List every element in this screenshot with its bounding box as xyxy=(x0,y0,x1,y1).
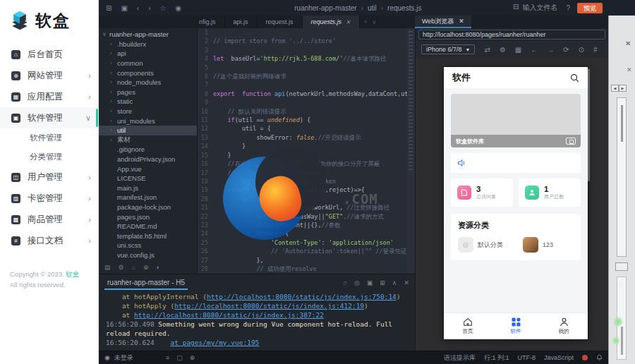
nav-forward-icon[interactable]: → xyxy=(547,46,554,54)
code-line[interactable]: 11 if(util == undefined) { xyxy=(198,116,415,124)
language-label[interactable]: JavaScript xyxy=(544,354,574,361)
code-line[interactable]: 13 showError: false,//开启错误提示 xyxy=(198,133,415,142)
submenu-item-category-manage[interactable]: 分类管理 xyxy=(0,147,98,166)
menu-item-site[interactable]: ⊕ 网站管理 › xyxy=(0,65,98,86)
spreadsheet-nav-arrows[interactable]: ◀▶ xyxy=(611,85,627,92)
login-status[interactable]: ◉ 未登录 xyxy=(104,353,133,363)
stack-trace-link[interactable]: http://localhost:8080/static/js/index.js… xyxy=(207,293,397,301)
code-line[interactable]: 27 }, xyxy=(198,256,415,265)
code-line[interactable]: 26 // 'Authorization':token||"" //登录凭证 xyxy=(198,247,415,255)
outline-icon[interactable]: ≡ xyxy=(166,354,169,361)
clock-icon[interactable]: ○ xyxy=(344,279,347,286)
tree-root[interactable]: ∨ ruanher-app-master xyxy=(99,30,197,40)
scrollbar[interactable] xyxy=(617,97,627,257)
breadcrumb-project[interactable]: ruanher-app-master xyxy=(294,4,356,12)
stack-trace-link[interactable]: http://localhost:8080/static/js/index.js… xyxy=(174,302,364,310)
menu-item-cardkeys[interactable]: ▥ 卡密管理 › xyxy=(0,188,98,209)
devices-grid-icon[interactable]: # xyxy=(593,46,598,54)
menu-item-goods[interactable]: ▩ 商品管理 › xyxy=(0,209,98,230)
code-line[interactable]: 5 xyxy=(198,63,415,72)
nav-back-icon[interactable]: ← xyxy=(531,46,538,54)
record-icon[interactable]: ◎ xyxy=(354,279,360,286)
close-icon[interactable]: ✕ xyxy=(459,18,464,25)
bell-icon[interactable] xyxy=(596,354,603,361)
run-icon[interactable]: ◉ xyxy=(176,4,182,12)
menu-item-software[interactable]: ▣ 软件管理 ∨ xyxy=(0,107,98,128)
tree-file[interactable]: androidPrivacy.json xyxy=(99,154,197,164)
code-editor[interactable]: 12// import store from '../../store'34le… xyxy=(198,28,415,274)
tree-folder[interactable]: ›api xyxy=(99,49,197,59)
tabbar-home[interactable]: 首页 xyxy=(444,313,492,339)
code-line[interactable]: 14 } xyxy=(198,142,415,150)
tree-file[interactable]: main.js xyxy=(99,183,197,193)
breadcrumb-file[interactable]: requests.js xyxy=(387,4,421,12)
code-line[interactable]: 10 // 默认关闭错误提示 xyxy=(198,107,415,116)
scrollbar-button[interactable] xyxy=(615,262,628,271)
close-icon[interactable]: ✕ xyxy=(404,279,409,286)
tab-requests-js[interactable]: requests.js ✕ xyxy=(303,16,360,28)
tree-file[interactable]: App.vue xyxy=(99,164,197,174)
code-line[interactable]: 28 // 成功使用resolve xyxy=(198,265,415,273)
tree-folder[interactable]: ›store xyxy=(99,107,197,116)
settings-icon[interactable]: ⚙ xyxy=(500,46,506,54)
tree-file[interactable]: package-lock.json xyxy=(99,202,197,212)
forward-icon[interactable]: › xyxy=(148,4,150,12)
stat-card-visits[interactable]: 3 总访问量 xyxy=(451,178,513,207)
file-search[interactable]: ⊟ 输入文件名 xyxy=(513,3,557,13)
home-icon[interactable]: ⌂ xyxy=(132,264,135,271)
tree-file[interactable]: vue.config.js xyxy=(99,250,197,260)
rotate-device-icon[interactable]: ⇄ xyxy=(484,46,490,54)
category-123[interactable]: 123 xyxy=(523,237,553,253)
tabbar-software[interactable]: 软件 xyxy=(492,313,540,339)
tree-file[interactable]: manifest.json xyxy=(99,193,197,202)
tree-file[interactable]: template.h5.html xyxy=(99,231,197,241)
stop-icon[interactable]: ▣ xyxy=(367,279,373,286)
tree-folder[interactable]: ›common xyxy=(99,59,197,68)
save-icon[interactable]: ▣ xyxy=(121,4,127,12)
menu-item-api-docs[interactable]: # 接口文档 › xyxy=(0,230,98,251)
url-input[interactable]: http://localhost:8080/pages/ruanher/ruan… xyxy=(418,30,605,40)
tree-file[interactable]: pages.json xyxy=(99,212,197,222)
plugins-icon[interactable]: ⚙ xyxy=(119,264,124,271)
tree-folder[interactable]: ›uni_modules xyxy=(99,116,197,126)
export-icon[interactable]: ⊞ xyxy=(380,279,385,286)
stack-trace-link[interactable]: at pages/my/my.vue:195 xyxy=(171,339,260,346)
viewport-scrollbar[interactable] xyxy=(588,68,590,181)
error-badge-icon[interactable] xyxy=(582,355,588,360)
code-line[interactable]: 2// import store from '../../store' xyxy=(198,37,415,45)
console-tab[interactable]: ruanher-app-master - H5 xyxy=(104,277,188,290)
chevron-down-icon[interactable]: ∨ xyxy=(372,18,377,25)
code-line[interactable]: 7 xyxy=(198,80,415,89)
code-line[interactable]: 9 xyxy=(198,98,415,107)
search-icon[interactable]: ⊕ xyxy=(143,264,149,271)
globe-icon[interactable]: ◐ xyxy=(157,264,160,271)
tree-folder[interactable]: ›.hbuilderx xyxy=(99,40,197,49)
panel-icon[interactable]: ▢ xyxy=(176,354,183,361)
close-icon[interactable]: ✕ xyxy=(625,40,631,47)
banner-image[interactable]: 软盒软件库 xyxy=(451,94,581,147)
tree-folder[interactable]: ›static xyxy=(99,97,197,107)
refresh-icon[interactable]: ⟳ xyxy=(563,46,569,54)
collapse-icon[interactable]: ∧ xyxy=(392,279,397,286)
stat-card-users[interactable]: 1 用户总数 xyxy=(519,178,581,207)
syntax-lib-label[interactable]: 语法提示库 xyxy=(444,353,476,363)
tree-file[interactable]: README.md xyxy=(99,222,197,231)
tab-request-js[interactable]: request.js xyxy=(258,16,303,28)
code-line[interactable]: 8export function api(networkUrl,methodsW… xyxy=(198,90,415,98)
code-line[interactable]: 1 xyxy=(198,28,415,37)
menu-item-app-config[interactable]: ▦ 应用配置 › xyxy=(0,86,98,107)
tree-file[interactable]: uni.scss xyxy=(99,241,197,250)
tree-folder[interactable]: ›素材 xyxy=(99,135,197,145)
tree-folder[interactable]: ›components xyxy=(99,68,197,78)
notice-bar[interactable] xyxy=(451,153,581,173)
new-file-icon[interactable]: ⊞ xyxy=(106,4,111,12)
menu-item-users[interactable]: ◫ 用户管理 › xyxy=(0,166,98,188)
tab-overflow[interactable]: + ∨ xyxy=(360,16,381,28)
tree-file[interactable]: LICENSE xyxy=(99,174,197,183)
stack-trace-link[interactable]: http://localhost:8080/static/js/index.js… xyxy=(134,311,324,319)
tabbar-mine[interactable]: 我的 xyxy=(540,313,588,339)
tab-config-js[interactable]: nfig.js xyxy=(190,16,225,28)
submenu-item-software-manage[interactable]: 软件管理 xyxy=(0,128,98,147)
files-icon[interactable]: ▤ xyxy=(104,264,111,271)
help-icon[interactable]: ? xyxy=(566,4,570,12)
